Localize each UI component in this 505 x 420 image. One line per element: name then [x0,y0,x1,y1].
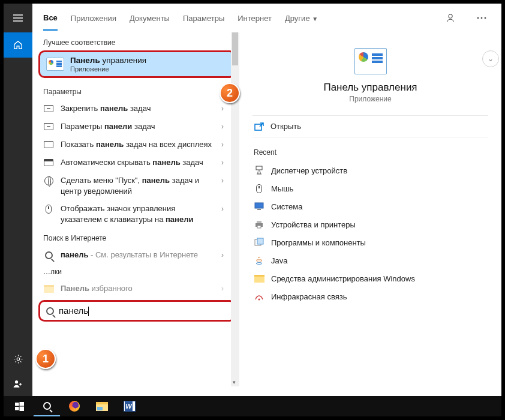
recent-item[interactable]: Диспетчер устройств [252,161,488,179]
settings-item[interactable]: Закрепить панель задач › [32,100,239,118]
hamburger-icon[interactable] [4,4,32,32]
detail-title: Панель управления [252,82,488,94]
taskbar-firefox-icon[interactable] [61,397,88,415]
home-icon[interactable] [4,32,32,58]
settings-item[interactable]: Параметры панели задач › [32,118,239,136]
detail-subtitle: Приложение [252,95,488,103]
section-folders: …лки [32,264,239,280]
web-search-item[interactable]: панель - См. результаты в Интернете › [32,246,239,264]
display-icon [43,139,54,150]
devices-printers-icon [254,219,264,230]
search-tabs: Все Приложения Документы Параметры Интер… [32,4,501,32]
chevron-right-icon: › [221,175,224,185]
tab-more[interactable]: Другие ▼ [285,14,318,23]
feedback-icon[interactable] [441,9,459,27]
mouse-icon [43,203,54,214]
tab-all[interactable]: Все [43,13,58,31]
control-panel-icon [354,48,387,74]
open-icon [254,122,264,131]
svg-point-16 [258,299,260,301]
svg-rect-17 [15,402,19,406]
more-options-icon[interactable] [473,9,491,27]
taskbar [4,396,501,416]
svg-point-5 [485,17,486,19]
chevron-right-icon: › [221,157,224,167]
recent-item[interactable]: Мышь [252,179,488,197]
chevron-right-icon: › [221,250,224,259]
settings-item[interactable]: Отображать значок управления указателем … [32,200,239,228]
infrared-icon [254,291,264,302]
tab-settings[interactable]: Параметры [183,14,224,23]
svg-rect-19 [15,406,19,410]
tab-docs[interactable]: Документы [130,14,170,23]
best-match-title: Панель управления [70,56,146,65]
svg-rect-8 [255,203,263,208]
svg-point-0 [17,358,20,361]
search-input[interactable]: панель [59,305,228,316]
tab-internet[interactable]: Интернет [238,14,272,23]
callout-badge-1: 1 [35,349,56,369]
svg-rect-20 [19,406,24,411]
svg-rect-9 [257,209,261,210]
svg-rect-12 [257,226,261,228]
chevron-right-icon: › [221,121,224,131]
recent-item[interactable]: Система [252,197,488,215]
svg-rect-6 [255,124,261,130]
svg-point-3 [477,17,479,19]
programs-icon [254,237,264,248]
svg-point-1 [15,380,18,383]
recent-item[interactable]: Программы и компоненты [252,233,488,251]
taskbar-word-icon[interactable] [116,397,143,415]
detail-pane: Панель управления Приложение Открыть ⌄ R… [239,32,501,386]
chevron-right-icon: › [221,283,224,293]
mouse-icon [254,183,264,194]
settings-item[interactable]: Автоматически скрывать панель задач › [32,154,239,172]
start-vertical-bar [4,4,32,397]
recent-item[interactable]: Инфракрасная связь [252,287,488,305]
search-icon [46,307,54,315]
folder-icon [43,283,54,294]
start-button[interactable] [6,397,32,415]
svg-point-4 [481,17,483,19]
folders-item[interactable]: Панель избранного › [32,280,239,298]
control-panel-icon [46,58,64,71]
recent-item[interactable]: Средства администрирования Windows [252,269,488,287]
taskbar-explorer-icon[interactable] [89,397,115,415]
open-action[interactable]: Открыть [252,115,488,137]
search-input-row[interactable]: панель [38,300,236,322]
best-match-result[interactable]: Панель управления Приложение [38,50,236,78]
system-icon [254,201,264,212]
personalization-icon [43,175,54,186]
java-icon [254,255,264,266]
taskbar-icon [43,121,54,132]
svg-point-2 [449,14,452,18]
svg-rect-14 [257,238,263,244]
section-web-search: Поиск в Интернете [32,228,239,246]
recent-item[interactable]: Устройства и принтеры [252,215,488,233]
recent-item[interactable]: Java [252,251,488,269]
svg-rect-7 [256,166,262,170]
settings-item[interactable]: Сделать меню "Пуск", панель задач и цент… [32,172,239,200]
device-manager-icon [254,165,264,176]
chevron-down-icon: ▼ [312,16,318,22]
results-list: ▾ Лучшее соответствие Панель управления … [32,32,239,386]
expand-chevron-icon[interactable]: ⌄ [482,50,499,67]
settings-gear-icon[interactable] [4,346,32,371]
tab-apps[interactable]: Приложения [71,14,116,23]
svg-rect-18 [19,402,24,406]
section-best-match: Лучшее соответствие [32,32,239,50]
recent-section-title: Recent [252,137,488,161]
section-settings: Параметры [32,82,239,100]
svg-rect-11 [257,221,261,223]
settings-item[interactable]: Показать панель задач на всех дисплеях › [32,136,239,154]
folder-icon [254,273,264,284]
chevron-right-icon: › [221,103,224,113]
user-icon[interactable] [4,371,32,397]
chevron-right-icon: › [221,139,224,149]
taskbar-search-icon[interactable] [34,396,60,416]
svg-point-15 [256,263,262,265]
callout-badge-2: 2 [220,83,240,103]
chevron-right-icon: › [221,203,224,213]
taskbar-icon [43,157,54,168]
best-match-subtitle: Приложение [70,65,146,73]
